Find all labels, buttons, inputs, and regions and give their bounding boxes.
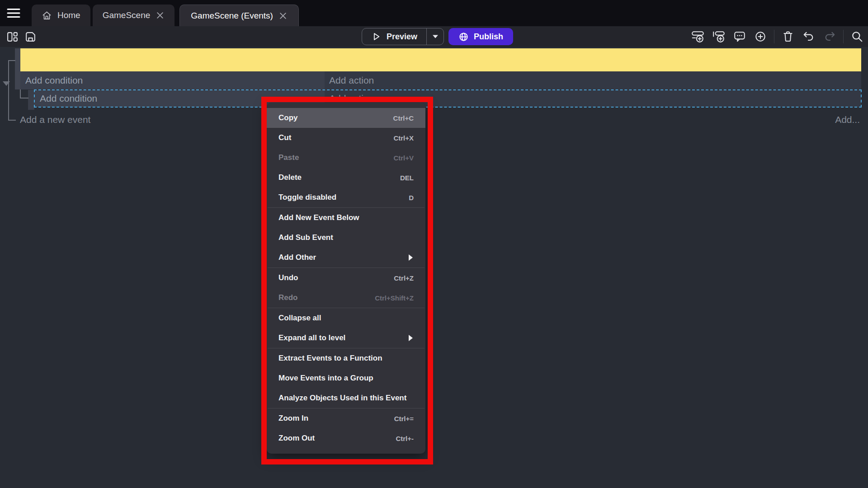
context-menu-item-copy[interactable]: CopyCtrl+C [267,108,425,128]
preview-label: Preview [387,32,417,42]
add-condition-label: Add condition [40,93,97,104]
tab-gamescene[interactable]: GameScene [93,5,175,26]
editor-layout-icon [6,31,19,43]
undo-button[interactable] [802,29,816,44]
add-new-event-link[interactable]: Add a new event [20,114,90,125]
add-comment-icon [733,30,746,43]
menu-item-label: Zoom In [278,414,308,423]
context-menu-item-move-events-into-a-group[interactable]: Move Events into a Group [267,368,425,388]
menu-item-label: Collapse all [278,314,321,323]
tab-label: Home [57,10,80,20]
menu-item-shortcut: Ctrl+V [393,154,414,162]
context-menu-item-zoom-in[interactable]: Zoom InCtrl+= [267,408,425,428]
close-icon [280,13,286,19]
collapse-event-arrow[interactable] [3,81,10,86]
menu-item-shortcut: Ctrl+C [393,114,414,122]
event-add-action[interactable]: Add action [325,71,861,89]
context-menu-item-cut[interactable]: CutCtrl+X [267,128,425,148]
add-more-link[interactable]: Add... [835,114,860,125]
event-drag-handle[interactable] [15,48,20,89]
context-menu-item-add-new-event-below[interactable]: Add New Event Below [267,208,425,228]
event-tree-line [8,60,9,121]
menu-item-label: Expand all to level [278,333,345,343]
menu-item-label: Add New Event Below [278,213,359,222]
publish-button[interactable]: Publish [448,28,513,45]
context-menu-item-redo: RedoCtrl+Shift+Z [267,288,425,308]
menu-item-label: Analyze Objects Used in this Event [278,394,406,403]
context-menu-item-zoom-out[interactable]: Zoom OutCtrl+- [267,428,425,448]
context-menu-item-collapse-all[interactable]: Collapse all [267,308,425,328]
menu-item-label: Extract Events to a Function [278,354,382,363]
menu-item-label: Cut [278,133,291,142]
event-comment[interactable] [20,48,861,71]
event-tree-line [8,60,15,61]
tab-bar: Home GameScene GameScene (Events) [0,0,868,26]
menu-item-label: Undo [278,273,298,282]
events-toolbar: Preview Publish [0,26,868,47]
context-menu-item-extract-events-to-a-function[interactable]: Extract Events to a Function [267,348,425,368]
play-icon [371,32,381,42]
tab-home[interactable]: Home [32,5,90,26]
menu-item-shortcut: DEL [400,174,414,182]
search-icon [851,30,863,43]
event-add-condition[interactable]: Add condition [20,71,325,89]
submenu-arrow-icon [409,335,413,341]
preview-options-button[interactable] [426,28,443,45]
menu-item-shortcut: Ctrl+= [394,415,414,422]
add-other-event-icon [754,30,767,43]
add-event-icon [691,30,705,43]
context-menu-item-toggle-disabled[interactable]: Toggle disabledD [267,188,425,207]
menu-item-label: Add Sub Event [278,233,333,242]
preview-button[interactable]: Preview [362,28,426,45]
context-menu-item-analyze-objects-used-in-this-event[interactable]: Analyze Objects Used in this Event [267,388,425,408]
delete-button[interactable] [781,29,795,44]
menu-item-shortcut: D [409,194,414,202]
menu-item-shortcut: Ctrl+- [396,435,414,442]
event-tree-line [20,98,28,99]
gdevelop-window: Home GameScene GameScene (Events) [0,0,868,488]
save-icon [24,31,37,43]
trash-icon [782,30,794,43]
toolbar-divider [774,30,774,43]
menu-item-shortcut: Ctrl+Z [394,274,414,282]
close-tab-button[interactable] [156,11,165,20]
add-subevent-icon [712,30,726,43]
menu-item-label: Copy [278,113,298,122]
add-subevent-button[interactable] [712,29,726,44]
publish-label: Publish [474,32,503,42]
event-tree-line [8,120,16,121]
add-action-label: Add action [329,75,374,86]
hamburger-menu-button[interactable] [5,6,23,20]
save-button[interactable] [24,30,37,43]
add-comment-button[interactable] [732,29,747,44]
toolbar-right-icons [691,26,864,47]
close-icon [157,12,163,19]
menu-item-shortcut: Ctrl+Shift+Z [375,294,414,302]
home-icon [42,10,52,21]
submenu-arrow-icon [409,254,413,261]
tab-label: GameScene [103,10,151,20]
editor-layout-button[interactable] [5,30,19,43]
hamburger-icon [6,7,21,19]
context-menu-item-expand-all-to-level[interactable]: Expand all to level [267,328,425,348]
tab-gamescene-events[interactable]: GameScene (Events) [179,5,299,26]
tab-label: GameScene (Events) [191,11,273,21]
chevron-down-icon [432,34,439,39]
add-other-event-button[interactable] [753,29,768,44]
close-tab-button[interactable] [278,11,288,20]
context-menu-item-add-other[interactable]: Add Other [267,248,425,267]
toolbar-divider [843,30,844,43]
subevent-drag-handle[interactable] [28,90,34,110]
context-menu-item-delete[interactable]: DeleteDEL [267,168,425,188]
context-menu-item-add-sub-event[interactable]: Add Sub Event [267,228,425,248]
tab-strip: Home GameScene GameScene (Events) [32,5,301,26]
menu-item-label: Paste [278,153,299,162]
menu-item-label: Zoom Out [278,434,315,443]
search-button[interactable] [850,29,864,44]
menu-item-label: Redo [278,293,298,302]
redo-button[interactable] [822,29,837,44]
redo-icon [823,31,836,42]
context-menu-item-undo[interactable]: UndoCtrl+Z [267,268,425,288]
context-menu-item-paste: PasteCtrl+V [267,148,425,168]
add-event-button[interactable] [691,29,705,44]
